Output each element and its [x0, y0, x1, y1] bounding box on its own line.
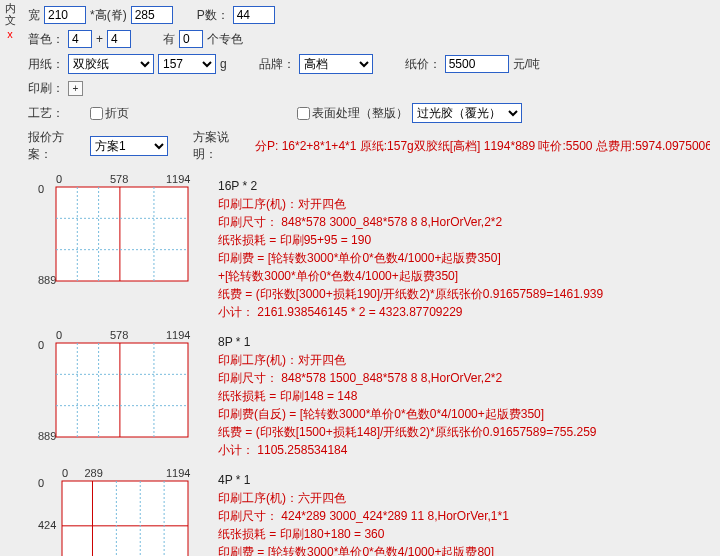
svg-text:0: 0	[38, 339, 44, 351]
svg-text:1194: 1194	[166, 173, 190, 185]
section-header: 8P * 1	[218, 333, 714, 351]
calc-line: 印刷尺寸： 848*578 3000_848*578 8 8,HorOrVer,…	[218, 213, 714, 231]
calc-line: 印刷工序(机)：六开四色	[218, 489, 714, 507]
color1-input[interactable]	[68, 30, 92, 48]
svg-text:0: 0	[38, 183, 44, 195]
svg-text:578: 578	[110, 329, 128, 341]
price-label: 纸价：	[405, 56, 441, 73]
calc-details: 4P * 1印刷工序(机)：六开四色印刷尺寸： 424*289 3000_424…	[218, 467, 714, 556]
calc-section: 0289119404248894P * 1印刷工序(机)：六开四色印刷尺寸： 4…	[28, 467, 714, 556]
print-label: 印刷：	[28, 80, 64, 97]
svg-text:0: 0	[38, 477, 44, 489]
scheme-select[interactable]: 方案1	[90, 136, 167, 156]
calc-details: 8P * 1印刷工序(机)：对开四色印刷尺寸： 848*578 1500_848…	[218, 329, 714, 459]
fold-label: 折页	[105, 105, 129, 122]
width-label: 宽	[28, 7, 40, 24]
color2-input[interactable]	[107, 30, 131, 48]
svg-text:0: 0	[56, 329, 62, 341]
brand-select[interactable]: 高档	[299, 54, 373, 74]
calc-line: 纸张损耗 = 印刷148 = 148	[218, 387, 714, 405]
has-label: 有	[163, 31, 175, 48]
surface-label: 表面处理（整版）	[312, 105, 408, 122]
layout-diagram: 057811940889	[38, 173, 218, 321]
calc-section: 05781194088916P * 2印刷工序(机)：对开四色印刷尺寸： 848…	[28, 173, 714, 321]
calc-line: 印刷费 = [轮转数3000*单价0*色数4/1000+起版费80]	[218, 543, 714, 556]
calc-line: 纸张损耗 = 印刷95+95 = 190	[218, 231, 714, 249]
paper-weight-select[interactable]: 157	[158, 54, 216, 74]
layout-diagram: 057811940889	[38, 329, 218, 459]
calc-line: 纸费 = (印张数[3000+损耗190]/开纸数2)*原纸张价0.916575…	[218, 285, 714, 303]
fold-checkbox[interactable]	[90, 107, 103, 120]
price-input[interactable]	[445, 55, 509, 73]
calc-line: 印刷费 = [轮转数3000*单价0*色数4/1000+起版费350]	[218, 249, 714, 267]
close-icon[interactable]: x	[2, 28, 18, 40]
calc-line: +[轮转数3000*单价0*色数4/1000+起版费350]	[218, 267, 714, 285]
svg-rect-30	[62, 481, 188, 556]
svg-rect-17	[56, 343, 188, 437]
brand-label: 品牌：	[259, 56, 295, 73]
surface-checkbox[interactable]	[297, 107, 310, 120]
calc-line: 印刷尺寸： 848*578 1500_848*578 8 8,HorOrVer,…	[218, 369, 714, 387]
scheme-desc: 分P: 16*2+8*1+4*1 原纸:157g双胶纸[高档] 1194*889…	[255, 138, 710, 155]
layout-diagram: 028911940424889	[38, 467, 218, 556]
scheme-desc-label: 方案说明：	[193, 129, 251, 163]
calc-line: 纸费 = (印张数[1500+损耗148]/开纸数2)*原纸张价0.916575…	[218, 423, 714, 441]
svg-text:889: 889	[38, 274, 56, 286]
paper-type-select[interactable]: 双胶纸	[68, 54, 154, 74]
calc-line: 印刷尺寸： 424*289 3000_424*289 11 8,HorOrVer…	[218, 507, 714, 525]
paper-label: 用纸：	[28, 56, 64, 73]
calc-line: 印刷费(自反) = [轮转数3000*单价0*色数0*4/1000+起版费350…	[218, 405, 714, 423]
spot-count-input[interactable]	[179, 30, 203, 48]
expand-print-button[interactable]: +	[68, 81, 83, 96]
svg-text:1194: 1194	[166, 329, 190, 341]
svg-text:578: 578	[110, 173, 128, 185]
calc-line: 纸张损耗 = 印刷180+180 = 360	[218, 525, 714, 543]
calc-details: 16P * 2印刷工序(机)：对开四色印刷尺寸： 848*578 3000_84…	[218, 173, 714, 321]
calc-section: 0578119408898P * 1印刷工序(机)：对开四色印刷尺寸： 848*…	[28, 329, 714, 459]
width-input[interactable]	[44, 6, 86, 24]
sidebar-label: 内文	[2, 2, 18, 26]
scheme-label: 报价方案：	[28, 129, 86, 163]
spot-suffix: 个专色	[207, 31, 243, 48]
price-unit: 元/吨	[513, 56, 540, 73]
svg-text:1194: 1194	[166, 467, 190, 479]
calc-line: 小计： 2161.938546145 * 2 = 4323.87709229	[218, 303, 714, 321]
weight-unit: g	[220, 57, 227, 71]
section-header: 4P * 1	[218, 471, 714, 489]
pcount-label: P数：	[197, 7, 229, 24]
svg-text:0: 0	[56, 173, 62, 185]
calc-line: 印刷工序(机)：对开四色	[218, 351, 714, 369]
pcount-input[interactable]	[233, 6, 275, 24]
common-color-label: 普色：	[28, 31, 64, 48]
height-input[interactable]	[131, 6, 173, 24]
svg-text:889: 889	[38, 430, 56, 442]
svg-text:289: 289	[84, 467, 102, 479]
calc-line: 小计： 1105.258534184	[218, 441, 714, 459]
section-header: 16P * 2	[218, 177, 714, 195]
svg-rect-5	[56, 187, 188, 281]
calc-line: 印刷工序(机)：对开四色	[218, 195, 714, 213]
height-label: *高(脊)	[90, 7, 127, 24]
surface-select[interactable]: 过光胶（覆光）	[412, 103, 522, 123]
svg-text:0: 0	[62, 467, 68, 479]
svg-text:424: 424	[38, 519, 56, 531]
process-label: 工艺：	[28, 105, 64, 122]
plus: +	[96, 32, 103, 46]
